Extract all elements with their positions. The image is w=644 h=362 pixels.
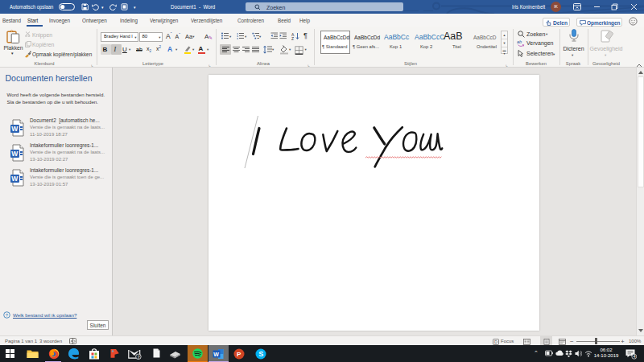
svg-text:W: W bbox=[11, 150, 19, 158]
svg-text:ab: ab bbox=[517, 39, 522, 44]
svg-text:W: W bbox=[11, 125, 19, 133]
svg-text:W: W bbox=[11, 175, 19, 183]
svg-text:S: S bbox=[258, 350, 263, 358]
svg-text:W: W bbox=[213, 351, 219, 356]
svg-text:P: P bbox=[237, 351, 242, 358]
svg-text:4: 4 bbox=[634, 354, 636, 359]
svg-text:Z: Z bbox=[291, 36, 294, 40]
svg-text:?: ? bbox=[6, 313, 8, 318]
svg-text:D: D bbox=[494, 339, 497, 344]
